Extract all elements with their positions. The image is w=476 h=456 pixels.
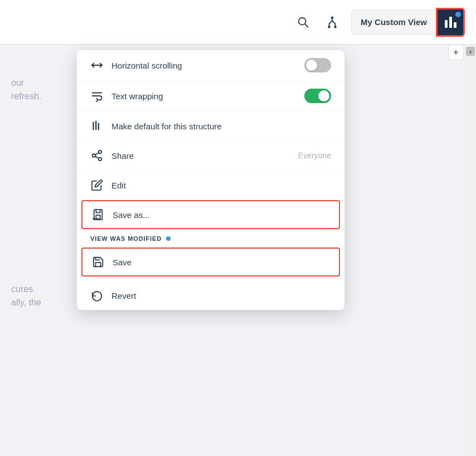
share-subtext: Everyone [298, 151, 331, 160]
toolbar: My Custom View [0, 0, 476, 45]
horizontal-scroll-icon [90, 59, 104, 72]
edit-icon [90, 178, 104, 192]
save-icon [91, 255, 105, 269]
custom-view-menu-button[interactable] [436, 8, 465, 37]
notification-dot [455, 12, 461, 17]
bg-text-line-2: refresh. [11, 91, 41, 101]
text-wrapping-label: Text wrapping [111, 91, 163, 101]
scrollbar[interactable]: ▲ [465, 45, 476, 456]
revert-item[interactable]: Revert [77, 281, 344, 310]
section-label-text: VIEW WAS MODIFIED [90, 235, 162, 242]
save-as-label: Save as... [113, 210, 150, 220]
scroll-up-button[interactable]: ▲ [466, 47, 475, 56]
background-text-bottom: cures ally, the [6, 279, 47, 317]
make-default-label: Make default for this structure [111, 122, 222, 131]
horizontal-scrolling-toggle[interactable] [304, 58, 331, 72]
custom-view-label: My Custom View [351, 10, 436, 35]
svg-line-1 [305, 24, 308, 27]
horizontal-scrolling-label: Horizontal scrolling [111, 61, 182, 70]
filter-button[interactable] [322, 12, 342, 32]
save-as-item[interactable]: Save as... [81, 200, 340, 229]
section-dot [166, 236, 171, 241]
bg-text-line-1: our [11, 78, 41, 88]
make-default-icon [90, 119, 104, 133]
custom-view-toolbar: My Custom View [351, 8, 465, 37]
svg-point-4 [334, 26, 336, 27]
horizontal-scrolling-item[interactable]: Horizontal scrolling [77, 50, 344, 81]
make-default-item[interactable]: Make default for this structure [77, 111, 344, 141]
svg-rect-16 [96, 215, 100, 219]
svg-line-13 [95, 156, 99, 158]
svg-point-3 [328, 26, 330, 27]
view-options-menu: Horizontal scrolling Text wrapping [77, 50, 344, 310]
bg-text-line-3: cures [11, 284, 41, 294]
background-text-top: our refresh. [6, 72, 47, 110]
svg-point-2 [332, 17, 333, 18]
add-column-button[interactable]: + [448, 45, 464, 60]
view-modified-section: VIEW WAS MODIFIED [77, 229, 344, 245]
edit-item[interactable]: Edit [77, 171, 344, 200]
save-item[interactable]: Save [81, 248, 340, 276]
edit-label: Edit [111, 181, 126, 190]
share-icon [90, 149, 104, 162]
share-label: Share [111, 151, 134, 161]
text-wrapping-toggle[interactable] [304, 89, 331, 103]
revert-icon [90, 289, 104, 302]
revert-label: Revert [111, 291, 136, 300]
save-label: Save [113, 258, 132, 267]
search-button[interactable] [293, 12, 313, 32]
save-as-icon [91, 208, 105, 221]
text-wrapping-item[interactable]: Text wrapping [77, 81, 344, 111]
svg-line-14 [95, 153, 99, 155]
share-item[interactable]: Share Everyone [77, 141, 344, 171]
view-bars-icon [445, 17, 456, 28]
bg-text-line-4: ally, the [11, 298, 41, 308]
text-wrap-icon [90, 89, 104, 103]
